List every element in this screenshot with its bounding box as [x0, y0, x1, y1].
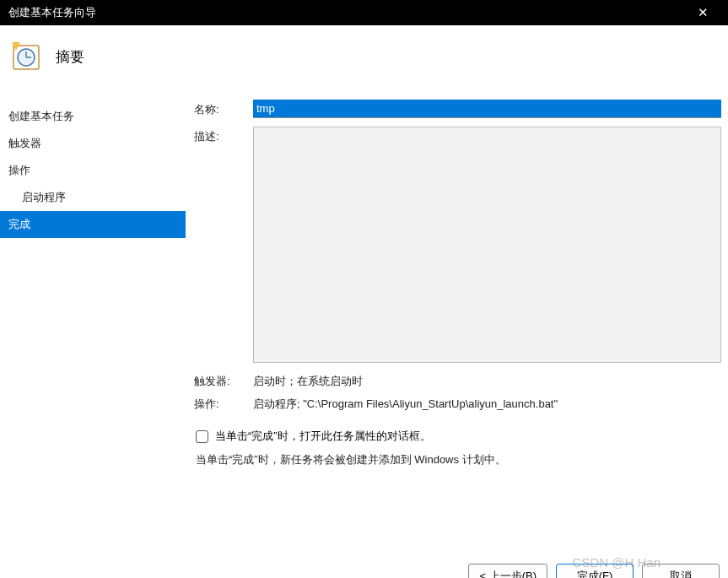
finish-button[interactable]: 完成(F): [556, 564, 634, 578]
action-label: 操作:: [194, 394, 253, 412]
back-button[interactable]: < 上一步(B): [468, 564, 547, 578]
action-value: 启动程序; "C:\Program Files\Aliyun_StartUp\a…: [253, 394, 721, 412]
wizard-header: 摘要: [0, 25, 728, 100]
name-label: 名称:: [194, 100, 253, 117]
page-title: 摘要: [56, 47, 84, 67]
checkbox-label: 当单击“完成”时，打开此任务属性的对话框。: [215, 429, 431, 444]
sidebar-item-start-program[interactable]: 启动程序: [0, 184, 186, 211]
desc-textarea[interactable]: [253, 127, 721, 363]
sidebar-item-trigger[interactable]: 触发器: [0, 130, 186, 157]
sidebar-item-action[interactable]: 操作: [0, 157, 186, 184]
wizard-footer: < 上一步(B) 完成(F) 取消: [0, 555, 728, 578]
checkbox-icon[interactable]: [196, 430, 208, 443]
wizard-content: 名称: 描述: 触发器: 启动时；在系统启动时 操作: 启动程序; "C:\Pr…: [186, 100, 728, 555]
trigger-label: 触发器:: [194, 371, 253, 389]
trigger-value: 启动时；在系统启动时: [253, 371, 721, 389]
clock-icon: [10, 41, 42, 73]
close-icon[interactable]: ✕: [686, 5, 720, 20]
cancel-button[interactable]: 取消: [642, 564, 720, 578]
sidebar-item-finish[interactable]: 完成: [0, 211, 186, 238]
sidebar-item-create-task[interactable]: 创建基本任务: [0, 103, 186, 130]
desc-label: 描述:: [194, 127, 253, 144]
window-title: 创建基本任务向导: [8, 5, 686, 20]
titlebar: 创建基本任务向导 ✕: [0, 0, 728, 25]
open-properties-checkbox-row[interactable]: 当单击“完成”时，打开此任务属性的对话框。: [194, 429, 721, 444]
wizard-sidebar: 创建基本任务 触发器 操作 启动程序 完成: [0, 100, 186, 555]
name-input[interactable]: [253, 100, 721, 118]
wizard-note: 当单击“完成”时，新任务将会被创建并添加到 Windows 计划中。: [194, 452, 721, 467]
